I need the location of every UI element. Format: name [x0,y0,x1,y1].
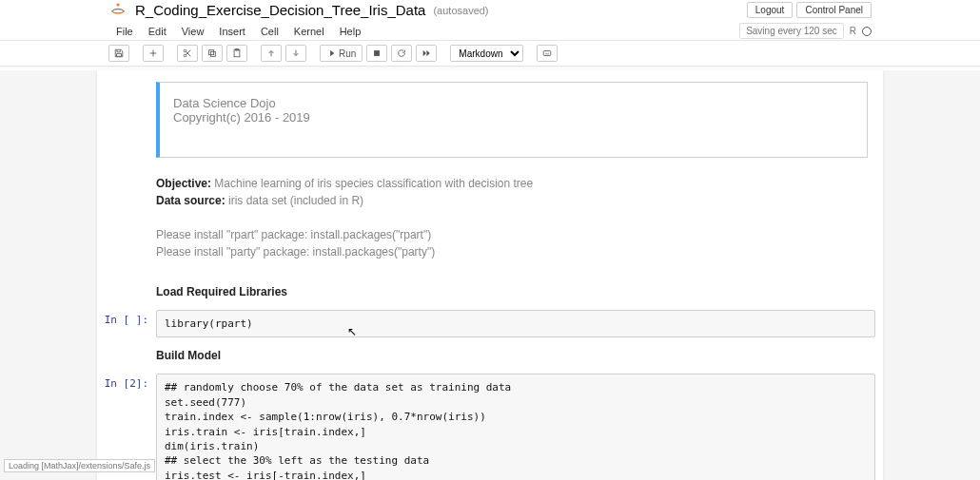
fast-forward-icon [421,48,431,58]
markdown-cell[interactable]: Load Required Libraries [97,268,883,306]
section-header: Build Model [156,347,875,364]
md-text: iris data set (included in R) [225,194,363,207]
svg-point-0 [117,3,120,6]
code-input[interactable]: ## randomly choose 70% of the data set a… [156,374,875,480]
jupyter-logo[interactable] [108,1,127,20]
insert-cell-button[interactable] [143,45,164,62]
scissors-icon [183,48,192,58]
menu-cell[interactable]: Cell [253,24,286,39]
control-panel-button[interactable]: Control Panel [796,2,872,18]
move-up-button[interactable] [261,45,282,62]
restart-icon [397,48,406,58]
toolbar: Run Markdown [0,41,980,67]
cell-type-select[interactable]: Markdown [450,45,523,62]
notebook-name[interactable]: R_Coding_Exercise_Decision_Tree_Iris_Dat… [135,2,425,18]
md-label: Objective: [156,177,211,190]
svg-rect-3 [209,50,214,55]
logout-button[interactable]: Logout [747,2,794,18]
svg-rect-4 [210,51,215,56]
restart-run-all-button[interactable] [416,45,437,62]
menu-insert[interactable]: Insert [211,24,253,39]
autosave-status: (autosaved) [433,5,488,16]
move-down-button[interactable] [285,45,306,62]
menu-help[interactable]: Help [332,24,369,39]
markdown-cell[interactable]: Build Model [97,341,883,370]
save-button[interactable] [108,45,129,62]
keyboard-icon [542,48,552,58]
markdown-cell[interactable]: Data Science Dojo Copyright(c) 2016 - 20… [97,80,883,167]
paste-button[interactable] [226,45,247,62]
stop-icon [372,48,382,58]
kernel-indicator-icon[interactable] [862,27,872,36]
menu-file[interactable]: File [108,24,141,39]
menu-kernel[interactable]: Kernel [286,24,332,39]
code-cell[interactable]: In [ ]: library(rpart) [97,308,883,339]
interrupt-button[interactable] [366,45,387,62]
run-label: Run [339,48,356,59]
notebook: Data Science Dojo Copyright(c) 2016 - 20… [97,70,883,480]
input-prompt: In [ ]: [97,310,156,337]
cut-button[interactable] [177,45,198,62]
command-palette-button[interactable] [537,45,558,62]
code-input[interactable]: library(rpart) [156,310,875,337]
header: R_Coding_Exercise_Decision_Tree_Iris_Dat… [0,0,980,41]
run-step-icon [326,48,336,58]
svg-rect-7 [374,50,380,56]
copy-button[interactable] [202,45,223,62]
md-label: Data source: [156,194,225,207]
md-line: Please install "party" package: install.… [156,243,875,260]
markdown-content[interactable]: Data Science Dojo Copyright(c) 2016 - 20… [156,82,868,158]
run-button[interactable]: Run [320,45,363,62]
arrow-down-icon [291,48,301,58]
md-line: Please install "rpart" package: install.… [156,226,875,243]
menu-view[interactable]: View [174,24,212,39]
code-cell[interactable]: In [2]: ## randomly choose 70% of the da… [97,372,883,480]
md-text: Machine learning of iris species classif… [211,177,533,190]
save-icon [114,48,124,58]
markdown-cell[interactable]: Objective: Machine learning of iris spec… [97,169,883,266]
md-line: Copyright(c) 2016 - 2019 [173,110,853,125]
paste-icon [232,48,242,58]
restart-button[interactable] [391,45,412,62]
plus-icon [148,48,158,58]
mathjax-status: Loading [MathJax]/extensions/Safe.js [4,459,155,472]
kernel-name[interactable]: R [850,26,856,36]
arrow-up-icon [266,48,276,58]
svg-rect-8 [544,51,552,56]
section-header: Load Required Libraries [156,283,875,300]
menu-edit[interactable]: Edit [141,24,174,39]
autosave-interval: Saving every 120 sec [739,23,844,39]
md-line: Data Science Dojo [173,96,853,110]
copy-icon [207,48,217,58]
